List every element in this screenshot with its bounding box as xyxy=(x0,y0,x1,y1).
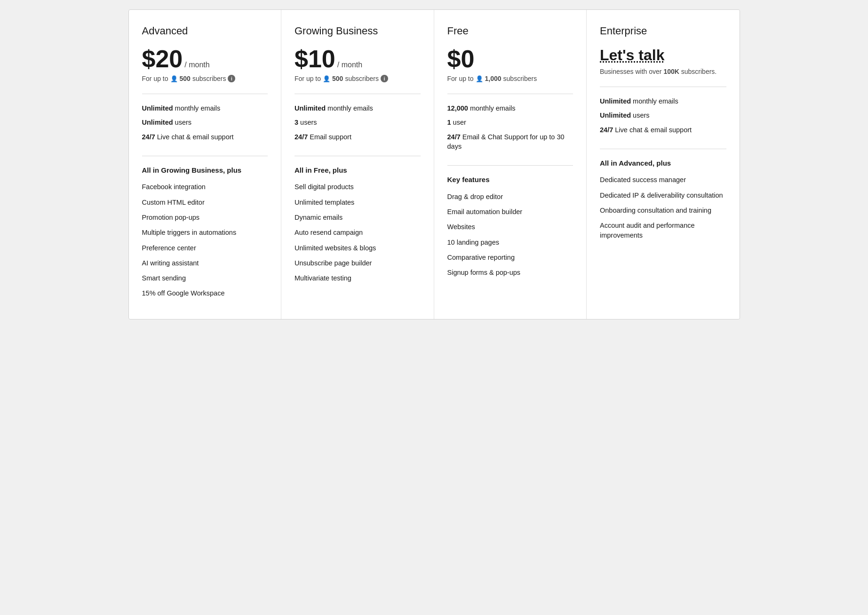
list-item: Sell digital products xyxy=(295,182,421,192)
list-item: Comparative reporting xyxy=(447,253,573,262)
plan-enterprise-name: Enterprise xyxy=(600,25,726,37)
user-icon: 👤 xyxy=(170,75,178,82)
feature-users: Unlimited users xyxy=(600,111,726,120)
feature-support: 24/7 Email support xyxy=(295,132,421,142)
plan-free: Free $0 For up to 👤 1,000 subscribers 12… xyxy=(434,10,587,319)
list-item: Preference center xyxy=(142,243,268,253)
list-item: Multiple triggers in automations xyxy=(142,228,268,237)
divider-2 xyxy=(142,156,268,156)
enterprise-feature-list: Dedicated success manager Dedicated IP &… xyxy=(600,175,726,245)
feature-emails: 12,000 monthly emails xyxy=(447,104,573,113)
growing-basic-features: Unlimited monthly emails 3 users 24/7 Em… xyxy=(295,104,421,146)
list-item: Signup forms & pop-ups xyxy=(447,268,573,277)
plan-advanced-name: Advanced xyxy=(142,25,268,37)
advanced-feature-list: Facebook integration Custom HTML editor … xyxy=(142,182,268,304)
list-item: Websites xyxy=(447,222,573,232)
divider xyxy=(142,94,268,94)
plan-advanced-period: / month xyxy=(184,61,209,69)
plan-free-subtitle: For up to 👤 1,000 subscribers xyxy=(447,75,573,82)
enterprise-basic-features: Unlimited monthly emails Unlimited users… xyxy=(600,96,726,139)
list-item: Account audit and performance improvemen… xyxy=(600,221,726,240)
plan-growing-business: Growing Business $10/ month For up to 👤 … xyxy=(281,10,434,319)
feature-emails: Unlimited monthly emails xyxy=(142,104,268,113)
user-icon: 👤 xyxy=(476,75,483,82)
plan-enterprise-subtitle: Businesses with over 100K subscribers. xyxy=(600,68,726,75)
plan-enterprise-amount: Let's talk xyxy=(600,47,664,64)
plan-advanced-amount: $20 xyxy=(142,45,183,72)
plan-growing-name: Growing Business xyxy=(295,25,421,37)
list-item: Onboarding consultation and training xyxy=(600,206,726,215)
free-section-title: Key features xyxy=(447,175,573,184)
divider-2 xyxy=(600,149,726,149)
list-item: Auto resend campaign xyxy=(295,228,421,237)
divider xyxy=(295,94,421,94)
plan-free-name: Free xyxy=(447,25,573,37)
feature-emails: Unlimited monthly emails xyxy=(295,104,421,113)
plan-enterprise: Enterprise Let's talk Businesses with ov… xyxy=(587,10,740,319)
list-item: Dedicated success manager xyxy=(600,175,726,184)
enterprise-section-title: All in Advanced, plus xyxy=(600,159,726,168)
feature-users: 3 users xyxy=(295,118,421,127)
free-feature-list: Drag & drop editor Email automation buil… xyxy=(447,192,573,283)
plan-enterprise-price: Let's talk xyxy=(600,47,726,64)
advanced-section-title: All in Growing Business, plus xyxy=(142,166,268,175)
plan-growing-period: / month xyxy=(337,61,362,69)
plan-free-amount: $0 xyxy=(447,45,475,72)
list-item: Email automation builder xyxy=(447,207,573,216)
free-basic-features: 12,000 monthly emails 1 user 24/7 Email … xyxy=(447,104,573,156)
list-item: Unlimited templates xyxy=(295,198,421,207)
plan-free-price: $0 xyxy=(447,47,573,71)
divider xyxy=(447,94,573,94)
list-item: AI writing assistant xyxy=(142,258,268,268)
list-item: Custom HTML editor xyxy=(142,198,268,207)
plan-advanced: Advanced $20/ month For up to 👤 500 subs… xyxy=(129,10,282,319)
divider-2 xyxy=(295,156,421,156)
growing-feature-list: Sell digital products Unlimited template… xyxy=(295,182,421,288)
list-item: Dynamic emails xyxy=(295,213,421,222)
list-item: Unsubscribe page builder xyxy=(295,258,421,268)
feature-support: 24/7 Email & Chat Support for up to 30 d… xyxy=(447,132,573,152)
divider-2 xyxy=(447,165,573,166)
feature-support: 24/7 Live chat & email support xyxy=(600,125,726,135)
plan-advanced-price: $20/ month xyxy=(142,47,268,71)
advanced-basic-features: Unlimited monthly emails Unlimited users… xyxy=(142,104,268,146)
feature-support: 24/7 Live chat & email support xyxy=(142,132,268,142)
plan-growing-amount: $10 xyxy=(295,45,335,72)
list-item: 10 landing pages xyxy=(447,238,573,247)
list-item: Unlimited websites & blogs xyxy=(295,243,421,253)
growing-section-title: All in Free, plus xyxy=(295,166,421,175)
feature-users: 1 user xyxy=(447,118,573,127)
user-icon: 👤 xyxy=(323,75,330,82)
info-icon[interactable]: i xyxy=(228,75,235,82)
list-item: Smart sending xyxy=(142,273,268,283)
pricing-table: Advanced $20/ month For up to 👤 500 subs… xyxy=(128,9,740,319)
info-icon[interactable]: i xyxy=(381,75,388,82)
plan-growing-subtitle: For up to 👤 500 subscribers i xyxy=(295,75,421,82)
list-item: Drag & drop editor xyxy=(447,192,573,201)
list-item: Dedicated IP & deliverability consultati… xyxy=(600,191,726,200)
feature-emails: Unlimited monthly emails xyxy=(600,96,726,106)
list-item: Multivariate testing xyxy=(295,273,421,283)
list-item: 15% off Google Workspace xyxy=(142,288,268,298)
list-item: Facebook integration xyxy=(142,182,268,192)
feature-users: Unlimited users xyxy=(142,118,268,127)
plan-advanced-subtitle: For up to 👤 500 subscribers i xyxy=(142,75,268,82)
plan-growing-price: $10/ month xyxy=(295,47,421,71)
list-item: Promotion pop-ups xyxy=(142,213,268,222)
divider xyxy=(600,87,726,87)
